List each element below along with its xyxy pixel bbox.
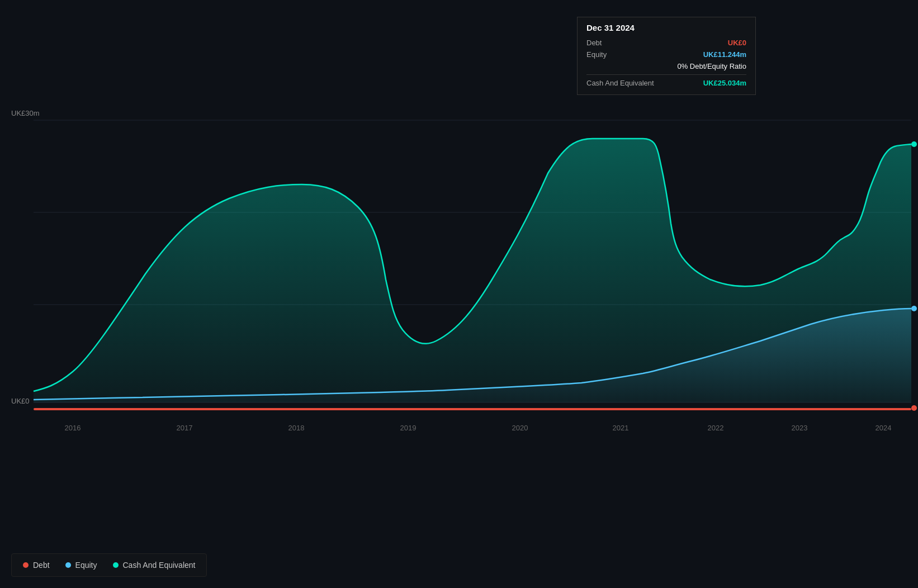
svg-text:2023: 2023: [792, 424, 808, 432]
svg-text:2017: 2017: [177, 424, 193, 432]
tooltip-equity-row: Equity UK£11.244m: [586, 49, 746, 60]
legend-dot-cash: [113, 562, 119, 568]
chart-svg: 2016 2017 2018 2019 2020 2021 2022 2023 …: [0, 0, 918, 588]
svg-text:2019: 2019: [400, 424, 417, 432]
tooltip-equity-value: UK£11.244m: [703, 50, 746, 59]
svg-text:2021: 2021: [613, 424, 629, 432]
tooltip-cash-label: Cash And Equivalent: [586, 79, 654, 87]
legend-label-cash: Cash And Equivalent: [123, 561, 196, 570]
legend-label-debt: Debt: [33, 561, 50, 570]
tooltip-debt-value: UK£0: [728, 39, 746, 47]
tooltip-ratio-value: 0% Debt/Equity Ratio: [677, 62, 746, 70]
tooltip-debt-row: Debt UK£0: [586, 37, 746, 49]
svg-text:2016: 2016: [65, 424, 81, 432]
chart-container: Dec 31 2024 Debt UK£0 Equity UK£11.244m …: [0, 0, 918, 588]
tooltip-divider: [586, 74, 746, 75]
svg-text:2020: 2020: [512, 424, 528, 432]
legend-dot-debt: [23, 562, 29, 568]
tooltip-ratio-row: 0% Debt/Equity Ratio: [586, 60, 746, 72]
svg-text:2024: 2024: [876, 424, 892, 432]
svg-point-15: [911, 306, 917, 311]
svg-point-16: [911, 405, 917, 411]
legend-debt: Debt: [23, 561, 50, 570]
legend-dot-equity: [65, 562, 71, 568]
tooltip-cash-value: UK£25.034m: [703, 79, 746, 87]
svg-text:2018: 2018: [288, 424, 305, 432]
legend-label-equity: Equity: [75, 561, 97, 570]
legend-cash: Cash And Equivalent: [113, 561, 196, 570]
svg-point-14: [911, 141, 917, 147]
chart-legend: Debt Equity Cash And Equivalent: [11, 553, 207, 577]
tooltip-debt-label: Debt: [586, 39, 602, 47]
legend-equity: Equity: [65, 561, 97, 570]
tooltip-cash-row: Cash And Equivalent UK£25.034m: [586, 77, 746, 89]
tooltip-equity-label: Equity: [586, 50, 607, 59]
tooltip-date: Dec 31 2024: [586, 23, 746, 32]
tooltip: Dec 31 2024 Debt UK£0 Equity UK£11.244m …: [577, 17, 756, 95]
svg-rect-4: [34, 408, 911, 410]
svg-text:2022: 2022: [708, 424, 724, 432]
